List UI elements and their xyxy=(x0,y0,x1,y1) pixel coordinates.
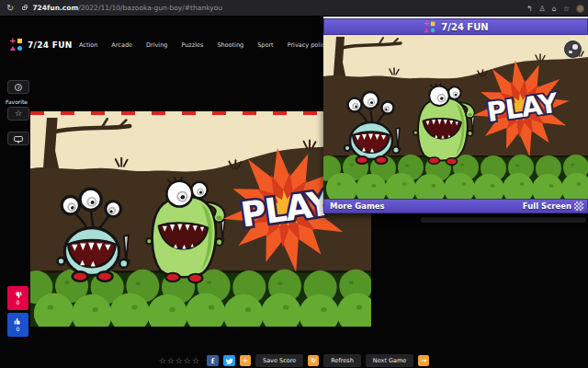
game-scene xyxy=(323,35,588,199)
refresh-icon-button[interactable]: ↻ xyxy=(308,355,319,366)
logo-triangle-icon xyxy=(10,46,16,51)
popup-logo-icon: + xyxy=(424,20,436,33)
popup-game-preview[interactable] xyxy=(323,35,588,199)
like-count: 0 xyxy=(17,327,20,332)
main-nav: Action Arcade Driving Puzzles Shooting S… xyxy=(79,41,328,49)
popup-bottombar: More Games Full Screen xyxy=(323,199,588,213)
nav-item-privacy-policy[interactable]: Privacy policy xyxy=(288,41,329,49)
next-arrow-button[interactable]: → xyxy=(418,355,429,366)
extension-popup: + 7/24 FUN More Games Full Screen xyxy=(323,17,588,213)
rating-star-5[interactable]: ☆ xyxy=(192,357,199,365)
nav-item-sport[interactable]: Sport xyxy=(257,41,273,49)
thumbs-down-icon xyxy=(14,291,22,299)
logo-circle-icon xyxy=(17,46,22,51)
comments-button[interactable] xyxy=(7,132,29,145)
share-plus-button[interactable]: + xyxy=(240,355,251,366)
logo-square-icon xyxy=(431,21,435,26)
next-game-button[interactable]: Next Game xyxy=(366,354,414,367)
profile-avatar[interactable] xyxy=(576,5,584,13)
facebook-share-button[interactable]: f xyxy=(207,355,219,366)
dislike-count: 0 xyxy=(17,300,20,305)
popup-shadow xyxy=(421,217,586,223)
game-scene xyxy=(30,115,371,327)
site-title: 7/24 FUN xyxy=(28,40,73,50)
logo-square-icon xyxy=(17,39,22,43)
nav-item-puzzles[interactable]: Puzzles xyxy=(181,41,203,49)
like-button[interactable]: 0 xyxy=(7,313,28,337)
home-icon[interactable]: ⌂ xyxy=(552,5,557,13)
logo-circle-icon xyxy=(431,28,435,32)
person-icon[interactable]: ♙ xyxy=(539,5,546,13)
more-games-link[interactable]: More Games xyxy=(330,201,385,211)
comment-bubble-icon xyxy=(14,136,23,142)
browser-toolbar: ↻ 724fun.com/2022/11/10/bazooka-gun-boy/… xyxy=(0,0,588,17)
site-logo[interactable]: + 7/24 FUN xyxy=(9,38,73,52)
popup-title: 7/24 FUN xyxy=(441,22,488,32)
rating-star-4[interactable]: ☆ xyxy=(184,357,191,365)
red-dashed-border xyxy=(30,111,371,115)
twitter-bird-icon xyxy=(225,357,233,365)
game-canvas[interactable] xyxy=(30,111,371,327)
nav-item-arcade[interactable]: Arcade xyxy=(111,41,132,49)
game-toolbar: ☆ ☆ ☆ ☆ ☆ f + Save Score ↻ Refresh Next … xyxy=(0,353,588,368)
dislike-button[interactable]: 0 xyxy=(7,286,28,310)
info-icon: i xyxy=(15,84,22,91)
site-logo-icon: + xyxy=(9,38,23,52)
rating-star-1[interactable]: ☆ xyxy=(159,357,166,365)
info-button[interactable]: i xyxy=(7,80,29,94)
favorite-button[interactable]: ☆ xyxy=(7,107,29,121)
screen: ↻ 724fun.com/2022/11/10/bazooka-gun-boy/… xyxy=(0,0,588,368)
bookmark-star-icon[interactable]: ☆ xyxy=(563,5,570,13)
favorite-star-icon: ☆ xyxy=(15,109,22,118)
lock-icon xyxy=(22,6,27,10)
logo-triangle-icon xyxy=(424,28,429,32)
rating-star-2[interactable]: ☆ xyxy=(167,357,175,365)
twitter-share-button[interactable] xyxy=(223,355,235,366)
address-bar[interactable]: 724fun.com/2022/11/10/bazooka-gun-boy/#t… xyxy=(32,4,222,12)
thumbs-up-icon xyxy=(14,317,22,326)
nav-item-driving[interactable]: Driving xyxy=(146,41,167,49)
fullscreen-group: Full Screen xyxy=(523,201,583,211)
fullscreen-pattern-icon[interactable] xyxy=(574,201,583,211)
nav-item-shooting[interactable]: Shooting xyxy=(217,41,243,49)
url-domain: 724fun.com xyxy=(32,4,78,12)
nav-item-action[interactable]: Action xyxy=(79,41,97,49)
rating-stars: ☆ ☆ ☆ ☆ ☆ xyxy=(159,357,199,365)
rating-star-3[interactable]: ☆ xyxy=(175,357,183,365)
full-screen-link[interactable]: Full Screen xyxy=(523,201,571,211)
refresh-button[interactable]: Refresh xyxy=(323,354,361,367)
url-path: /2022/11/10/bazooka-gun-boy/#thankyou xyxy=(78,4,222,12)
favorite-label: Favorite xyxy=(6,98,28,105)
extension-area: ↰ ♙ ⌂ ☆ xyxy=(526,0,584,17)
save-score-button[interactable]: Save Score xyxy=(255,354,303,367)
logo-plus-icon: + xyxy=(9,38,16,44)
popup-titlebar: + 7/24 FUN xyxy=(323,18,588,35)
share-icon[interactable]: ↰ xyxy=(526,5,533,13)
logo-plus-icon: + xyxy=(424,20,429,26)
reload-icon[interactable]: ↻ xyxy=(6,3,14,13)
settings-circle-button[interactable] xyxy=(564,40,582,58)
